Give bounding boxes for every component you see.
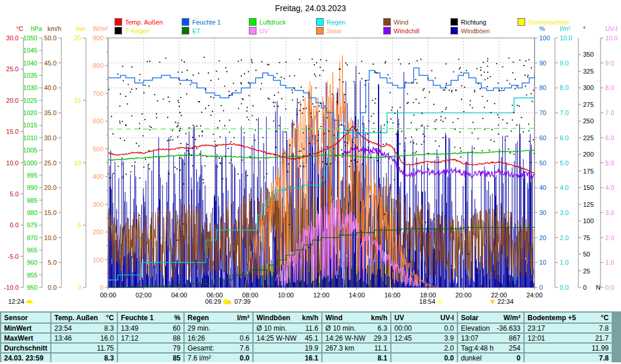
axis-tick-label: 50.0 <box>44 34 57 41</box>
axis-tick-label: 1050 <box>23 34 37 41</box>
series-richtung <box>424 136 425 137</box>
series-richtung <box>145 159 146 160</box>
series-richtung <box>201 112 202 113</box>
series-richtung <box>290 145 291 146</box>
series-richtung <box>324 133 325 134</box>
axis-tick-label: 150 <box>583 184 594 191</box>
table-header-bodentemp-5: Bodentemp +5°C <box>525 313 612 323</box>
series-richtung <box>366 106 367 107</box>
sun-time-label: 06:29 <box>205 298 221 305</box>
series-richtung <box>515 79 516 80</box>
series-richtung <box>368 141 369 143</box>
series-richtung <box>178 78 179 79</box>
axis-tick-label: 1005 <box>23 147 37 154</box>
series-richtung <box>407 93 408 94</box>
series-richtung <box>231 93 233 95</box>
series-richtung <box>498 117 499 118</box>
series-richtung <box>212 111 213 112</box>
series-richtung <box>370 157 372 158</box>
cell-value: -36.633 <box>497 324 521 332</box>
series-richtung <box>255 130 256 131</box>
series-richtung <box>474 148 475 149</box>
series-richtung <box>303 96 304 97</box>
series-richtung <box>117 166 119 167</box>
series-richtung <box>281 98 282 99</box>
series-richtung <box>377 160 378 161</box>
series-richtung <box>314 64 315 65</box>
series-richtung <box>178 125 179 126</box>
axis-tick-label: -5.0 <box>8 253 19 260</box>
series-richtung <box>283 78 285 79</box>
series-richtung <box>487 61 488 62</box>
axis-unit-l-m: l/m² <box>560 25 571 32</box>
series-richtung <box>187 150 188 151</box>
axis-tick-label: 0.0 <box>10 221 19 228</box>
series-richtung <box>420 59 421 60</box>
series-richtung <box>343 136 344 137</box>
axis-tick-label: 35.0 <box>44 109 57 116</box>
series-richtung <box>148 85 150 86</box>
series-richtung <box>299 151 300 152</box>
cell-value: 19.9 <box>305 344 318 352</box>
series-richtung <box>451 91 452 92</box>
table-cell-bodentemp-5: 11.99 <box>525 344 612 352</box>
series-richtung <box>171 136 172 137</box>
axis-tick-label: 25.0 <box>44 160 57 167</box>
series-richtung <box>228 148 229 149</box>
axis-tick-label: 9.0 <box>560 60 568 67</box>
series-richtung <box>361 78 362 79</box>
series-richtung <box>411 82 412 83</box>
uv-swatch-icon <box>249 27 256 34</box>
series-richtung <box>193 125 194 126</box>
cell-value: 11.1 <box>374 344 387 352</box>
series-richtung <box>489 150 490 151</box>
axis-unit-hpa: hPa <box>30 25 42 32</box>
series-richtung <box>461 85 462 86</box>
table-row-label: MaxWert <box>1 334 50 342</box>
series-richtung <box>148 150 150 151</box>
cell-value: 85 <box>173 354 181 362</box>
table-cell-temp-au-en: 11.75 <box>51 344 117 352</box>
series-richtung <box>483 61 484 63</box>
series-richtung <box>248 71 249 72</box>
series-richtung <box>256 119 257 120</box>
series-richtung <box>330 163 331 164</box>
series-richtung <box>346 64 348 65</box>
series-richtung <box>472 107 473 108</box>
legend-item-sonnenschein: Sonnenschein <box>518 18 569 26</box>
legend-label: Solar <box>327 27 342 34</box>
series-richtung <box>425 222 426 223</box>
series-richtung <box>474 129 476 130</box>
series-richtung <box>439 145 440 147</box>
series-richtung <box>210 115 211 116</box>
series-richtung <box>394 179 395 181</box>
series-richtung <box>186 70 188 71</box>
series-richtung <box>400 143 401 144</box>
series-richtung <box>246 110 247 112</box>
series-richtung <box>267 64 268 65</box>
series-richtung <box>229 131 230 133</box>
series-richtung <box>346 154 348 155</box>
series-richtung <box>408 63 410 64</box>
series-richtung <box>293 87 294 88</box>
series-richtung <box>372 100 373 101</box>
series-richtung <box>320 126 321 127</box>
series-richtung <box>252 62 253 63</box>
series-richtung <box>428 153 429 154</box>
windchill-swatch-icon <box>383 27 391 34</box>
series-richtung <box>435 77 436 78</box>
series-richtung <box>458 58 459 60</box>
series-richtung <box>122 177 123 178</box>
x-axis-label: 10:00 <box>277 292 294 299</box>
series-richtung <box>284 152 285 154</box>
series-richtung <box>205 108 206 109</box>
cell-value: 79 <box>173 344 181 352</box>
series-richtung <box>276 131 277 132</box>
table-cell-solar: Tag:4:48 h254 <box>458 344 523 352</box>
series-richtung <box>242 160 243 161</box>
series-richtung <box>248 82 249 83</box>
series-richtung <box>277 106 279 107</box>
axis-tick-label: 90 <box>539 60 546 67</box>
series-richtung <box>216 144 217 145</box>
table-cell-temp-au-en: 8.3 <box>51 353 117 362</box>
